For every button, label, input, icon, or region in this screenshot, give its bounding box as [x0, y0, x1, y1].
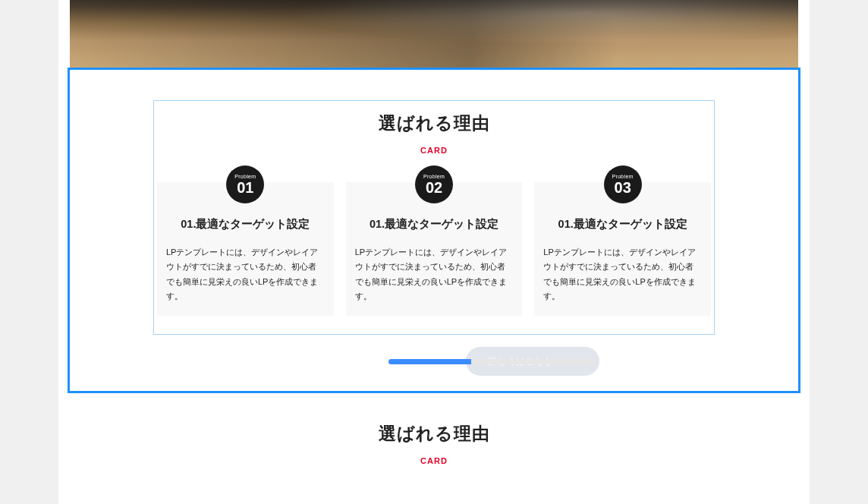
section-subtitle: CARD [70, 456, 798, 465]
section-card-container: 選ばれる理由 CARD Problem 01 01.最適なターゲット設定 LPテ… [153, 100, 715, 335]
card-description: LPテンプレートには、デザインやレイアウトがすでに決まっているため、初心者でも簡… [542, 245, 703, 304]
problem-card: Problem 02 01.最適なターゲット設定 LPテンプレートには、デザイン… [346, 182, 523, 316]
problem-card: Problem 03 01.最適なターゲット設定 LPテンプレートには、デザイン… [534, 182, 711, 316]
card-description: LPテンプレートには、デザインやレイアウトがすでに決まっているため、初心者でも簡… [354, 245, 515, 304]
badge-number: 02 [426, 180, 442, 195]
section-title: 選ばれる理由 [70, 422, 798, 446]
badge-label: Problem [234, 174, 256, 179]
hero-image [70, 0, 798, 68]
page-canvas: 選ばれる理由 CARD Problem 01 01.最適なターゲット設定 LPテ… [58, 0, 810, 504]
badge-label: Problem [612, 174, 634, 179]
badge-number: 01 [237, 180, 253, 195]
problem-badge: Problem 01 [226, 165, 264, 203]
problem-badge: Problem 02 [415, 165, 453, 203]
loading-progress-fill [388, 359, 471, 364]
badge-label: Problem [423, 174, 445, 179]
badge-number: 03 [615, 180, 631, 195]
problem-card: Problem 01 01.最適なターゲット設定 LPテンプレートには、デザイン… [157, 182, 334, 316]
section-title: 選ばれる理由 [154, 112, 714, 135]
section-2: 選ばれる理由 CARD [70, 393, 798, 504]
card-row: Problem 01 01.最適なターゲット設定 LPテンプレートには、デザイン… [154, 182, 714, 316]
card-description: LPテンプレートには、デザインやレイアウトがすでに決まっているため、初心者でも簡… [165, 245, 326, 304]
card-title: 01.最適なターゲット設定 [354, 217, 515, 232]
thumbnail-row [70, 493, 798, 504]
card-title: 01.最適なターゲット設定 [165, 217, 326, 232]
cta-area: 詳しくはこちら › [70, 345, 798, 380]
loading-progress-track [388, 359, 595, 364]
section-subtitle: CARD [154, 146, 714, 155]
selected-section-outline[interactable]: 選ばれる理由 CARD Problem 01 01.最適なターゲット設定 LPテ… [68, 68, 800, 393]
card-title: 01.最適なターゲット設定 [542, 217, 703, 232]
problem-badge: Problem 03 [604, 165, 642, 203]
